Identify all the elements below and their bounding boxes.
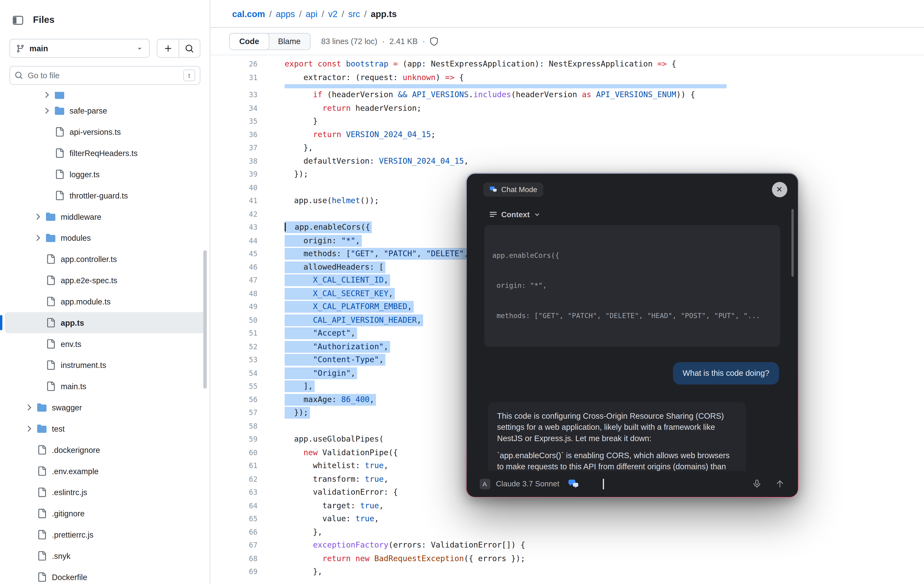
line-number[interactable]: 26 <box>210 58 257 71</box>
line-number[interactable]: 68 <box>210 552 257 565</box>
tree-folder-test[interactable]: test <box>5 418 205 439</box>
breadcrumb-link-v2[interactable]: v2 <box>328 8 338 18</box>
tree-file-api-versions.ts[interactable]: api-versions.ts <box>5 122 205 143</box>
line-number[interactable]: 48 <box>210 287 257 300</box>
line-number[interactable]: 36 <box>210 128 257 141</box>
line-number[interactable]: 33 <box>210 89 257 102</box>
line-number[interactable]: 47 <box>210 274 257 287</box>
tree-folder-swagger[interactable]: swagger <box>5 397 205 418</box>
add-button[interactable] <box>157 39 178 57</box>
tab-blame[interactable]: Blame <box>269 33 310 49</box>
code-text: extractor: (request: unknown) => { <box>257 71 464 84</box>
input-cursor <box>603 479 604 489</box>
close-button[interactable]: ✕ <box>772 182 787 197</box>
breadcrumb-repo-link[interactable]: cal.com <box>232 8 265 18</box>
line-number[interactable]: 57 <box>210 406 257 419</box>
selection-highlight: app.enableCors({ <box>285 221 372 233</box>
line-number[interactable]: 53 <box>210 354 257 367</box>
line-number[interactable]: 42 <box>210 207 257 220</box>
collapse-sidebar-button[interactable] <box>10 12 26 28</box>
chevron-spacer <box>32 381 43 392</box>
tree-file-app.e2e-spec.ts[interactable]: app.e2e-spec.ts <box>5 270 205 291</box>
line-number[interactable]: 67 <box>210 539 257 552</box>
tree-file-.gitignore[interactable]: .gitignore <box>5 503 205 524</box>
tree-file-app.ts[interactable]: app.ts <box>5 312 205 333</box>
shield-icon[interactable] <box>430 37 439 46</box>
line-number[interactable]: 60 <box>210 446 257 459</box>
line-number[interactable]: 62 <box>210 472 257 486</box>
line-number[interactable]: 59 <box>210 433 257 446</box>
mic-button[interactable] <box>752 479 762 489</box>
line-number[interactable]: 58 <box>210 419 257 433</box>
tree-file-.dockerignore[interactable]: .dockerignore <box>5 439 205 461</box>
tree-file-.eslintrc.js[interactable]: .eslintrc.js <box>5 482 205 503</box>
code-text <box>257 207 285 220</box>
go-to-file-field[interactable]: t <box>10 66 201 85</box>
chat-scrollbar[interactable] <box>791 209 794 276</box>
plus-icon <box>163 44 172 53</box>
model-icon[interactable]: A <box>479 479 490 489</box>
tree-item-partial[interactable] <box>5 92 205 100</box>
assistant-paragraph: `app.enableCors()` is enabling CORS, whi… <box>497 450 736 471</box>
branch-selector[interactable]: main <box>10 39 150 58</box>
line-number[interactable]: 69 <box>210 565 257 579</box>
tree-file-app.controller.ts[interactable]: app.controller.ts <box>5 248 205 270</box>
tree-file-filterReqHeaders.ts[interactable]: filterReqHeaders.ts <box>5 142 205 164</box>
tree-folder-middleware[interactable]: middleware <box>5 206 205 227</box>
context-toggle[interactable]: Context <box>484 207 780 225</box>
line-number[interactable]: 45 <box>210 247 257 260</box>
line-number[interactable]: 40 <box>210 181 257 194</box>
tree-folder-safe-parse[interactable]: safe-parse <box>5 100 205 122</box>
go-to-file-input[interactable] <box>28 71 178 80</box>
tree-file-Dockerfile[interactable]: Dockerfile <box>5 566 205 584</box>
line-number[interactable]: 41 <box>210 194 257 207</box>
line-number[interactable]: 46 <box>210 261 257 274</box>
tree-file-throttler-guard.ts[interactable]: throttler-guard.ts <box>5 185 205 206</box>
chevron-spacer <box>23 529 34 540</box>
line-number[interactable]: 56 <box>210 393 257 406</box>
line-number[interactable]: 63 <box>210 486 257 499</box>
tree-folder-modules[interactable]: modules <box>5 227 205 248</box>
tree-search-button[interactable] <box>178 39 200 57</box>
line-number[interactable]: 66 <box>210 526 257 539</box>
tree-file-env.ts[interactable]: env.ts <box>5 333 205 355</box>
line-number[interactable]: 37 <box>210 141 257 155</box>
code-text: "Content-Type", <box>257 354 386 367</box>
sidebar-scrollbar[interactable] <box>203 250 207 388</box>
tree-file-instrument.ts[interactable]: instrument.ts <box>5 355 205 376</box>
line-number[interactable]: 64 <box>210 499 257 512</box>
line-number[interactable]: 55 <box>210 380 257 393</box>
line-number[interactable]: 44 <box>210 234 257 247</box>
breadcrumb-link-apps[interactable]: apps <box>276 8 295 18</box>
breadcrumb-link-src[interactable]: src <box>348 8 360 18</box>
send-button[interactable] <box>775 479 784 489</box>
tree-file-app.module.ts[interactable]: app.module.ts <box>5 291 205 312</box>
code-text: return headerVersion; <box>257 102 422 115</box>
model-name[interactable]: Claude 3.7 Sonnet <box>496 479 559 488</box>
line-number[interactable]: 54 <box>210 367 257 380</box>
line-number[interactable]: 31 <box>210 71 257 84</box>
line-number[interactable]: 39 <box>210 168 257 181</box>
code-text: maxAge: 86_400, <box>257 393 376 406</box>
line-number[interactable]: 65 <box>210 512 257 525</box>
line-number[interactable]: 34 <box>210 102 257 115</box>
line-number[interactable]: 61 <box>210 459 257 472</box>
line-number[interactable]: 50 <box>210 313 257 327</box>
line-number[interactable]: 43 <box>210 221 257 234</box>
tree-file-logger.ts[interactable]: logger.ts <box>5 164 205 185</box>
search-icon <box>15 71 23 80</box>
line-number[interactable]: 49 <box>210 300 257 313</box>
tree-file-main.ts[interactable]: main.ts <box>5 376 205 397</box>
line-number[interactable]: 38 <box>210 155 257 168</box>
breadcrumb-link-api[interactable]: api <box>305 8 317 18</box>
tab-code[interactable]: Code <box>229 33 269 50</box>
tree-file-.prettierrc.js[interactable]: .prettierrc.js <box>5 524 205 545</box>
chat-panel: Chat Mode ✕ Context app.enableCors({ ori… <box>466 173 798 497</box>
tree-file-.snyk[interactable]: .snyk <box>5 545 205 566</box>
chat-input[interactable] <box>585 471 746 497</box>
tree-file-.env.example[interactable]: .env.example <box>5 461 205 482</box>
line-number[interactable]: 52 <box>210 340 257 353</box>
line-number[interactable]: 51 <box>210 327 257 340</box>
code-toolbar: Code Blame 83 lines (72 loc) · 2.41 KB · <box>210 28 924 55</box>
line-number[interactable]: 35 <box>210 115 257 128</box>
